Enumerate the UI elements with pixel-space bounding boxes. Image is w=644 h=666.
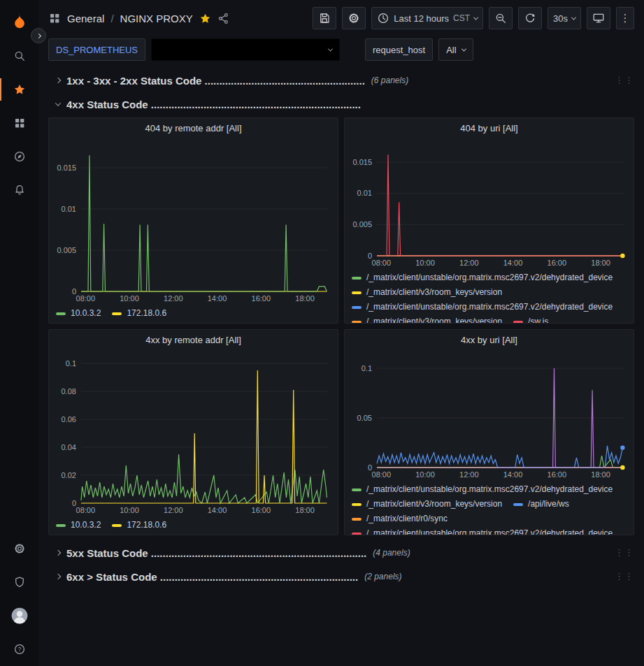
breadcrumb-title[interactable]: NGINX PROXY	[120, 13, 193, 24]
bell-icon	[13, 184, 26, 196]
legend-item[interactable]: /_matrix/client/unstable/org.matrix.msc2…	[352, 300, 613, 314]
svg-text:0.005: 0.005	[352, 220, 372, 229]
legend-swatch	[112, 312, 122, 315]
sidebar-item-server-admin[interactable]	[0, 565, 38, 599]
chevron-down-icon	[461, 46, 466, 51]
time-series-chart[interactable]: 00.0050.010.01508:0010:0012:0014:0016:00…	[49, 138, 338, 304]
legend-label: /_matrix/client/unstable/org.matrix.msc2…	[366, 270, 613, 285]
help-icon: ?	[13, 643, 26, 656]
legend-item[interactable]: /_matrix/client/v3/room_keys/version	[352, 497, 502, 512]
time-series-chart[interactable]: 00.050.108:0010:0012:0014:0016:0018:00	[345, 349, 634, 480]
star-icon	[13, 83, 26, 96]
kebab-menu-button[interactable]: ⋮	[616, 7, 634, 29]
zoom-out-time-button[interactable]	[489, 7, 513, 29]
apps-icon	[48, 12, 61, 24]
svg-text:14:00: 14:00	[503, 470, 523, 479]
legend-item[interactable]: 10.0.3.2	[56, 306, 101, 321]
dashboard-row-6xx[interactable]: 6xx > Status Code ......................…	[48, 566, 634, 587]
svg-text:0.06: 0.06	[62, 415, 76, 424]
sidebar-item-explore[interactable]	[0, 140, 38, 173]
panel-title[interactable]: 404 by remote addr [All]	[49, 118, 338, 138]
legend-item[interactable]: /_matrix/client/r0/sync	[352, 512, 448, 526]
legend-item[interactable]: /_matrix/client/unstable/org.matrix.msc2…	[352, 482, 613, 497]
breadcrumb: General / NGINX PROXY	[48, 12, 229, 24]
legend-item[interactable]: /_matrix/client/v3/room_keys/version	[352, 314, 502, 323]
row-drag-handle[interactable]: ⋮⋮	[615, 549, 634, 556]
tv-mode-button[interactable]	[587, 7, 610, 29]
breadcrumb-section[interactable]: General	[67, 13, 104, 24]
time-series-chart[interactable]: 00.0050.010.01508:0010:0012:0014:0016:00…	[345, 138, 634, 268]
row-title: 1xx - 3xx - 2xx Status Code ............…	[66, 75, 365, 87]
row-panel-count: (6 panels)	[371, 75, 408, 85]
legend-item[interactable]: 172.18.0.6	[112, 518, 166, 533]
legend-item[interactable]: /_matrix/client/unstable/org.matrix.msc2…	[352, 270, 613, 285]
sidebar-item-search[interactable]	[0, 39, 38, 73]
svg-text:08:00: 08:00	[372, 470, 392, 479]
svg-text:10:00: 10:00	[415, 470, 435, 479]
chevron-down-icon	[55, 100, 61, 106]
search-icon	[13, 50, 26, 62]
svg-text:0.02: 0.02	[62, 471, 76, 479]
variable-value-request-host[interactable]: All	[438, 38, 473, 61]
legend-item[interactable]: 172.18.0.6	[112, 306, 166, 321]
panel-grid: 404 by remote addr [All] 00.0050.010.015…	[48, 117, 634, 535]
row-drag-handle[interactable]: ⋮⋮	[615, 573, 634, 580]
svg-text:0.01: 0.01	[357, 189, 372, 197]
variable-request-host-value-text: All	[446, 45, 456, 55]
legend-swatch	[56, 524, 66, 527]
time-range-picker[interactable]: Last 12 hours CST	[371, 7, 483, 29]
svg-text:16:00: 16:00	[548, 470, 567, 479]
clock-icon	[377, 12, 389, 24]
panel-title[interactable]: 4xx by remote addr [All]	[49, 330, 338, 349]
legend-label: /_matrix/client/v3/room_keys/version	[366, 285, 502, 300]
legend-item[interactable]: /_matrix/client/unstable/org.matrix.msc2…	[352, 526, 613, 535]
sidebar-item-help[interactable]: ?	[0, 632, 38, 666]
panel-legend: 10.0.3.2172.18.0.6	[49, 304, 338, 323]
svg-text:12:00: 12:00	[459, 470, 479, 479]
sidebar-item-configuration[interactable]	[0, 532, 38, 565]
dashboard-row-1xx-3xx-2xx[interactable]: 1xx - 3xx - 2xx Status Code ............…	[48, 70, 634, 91]
svg-text:0.05: 0.05	[357, 414, 372, 422]
chevron-right-icon	[36, 33, 41, 38]
panel-title[interactable]: 4xx by uri [All]	[345, 330, 634, 349]
legend-item[interactable]: /_matrix/client/v3/room_keys/version	[352, 285, 502, 300]
variable-label-datasource[interactable]: DS_PROMETHEUS	[48, 38, 145, 61]
row-drag-handle[interactable]: ⋮⋮	[615, 77, 634, 84]
panel-title[interactable]: 404 by uri [All]	[345, 118, 634, 138]
favorite-star-icon[interactable]	[199, 13, 211, 24]
dashboard-row-5xx[interactable]: 5xx Status Code ........................…	[48, 542, 634, 563]
legend-label: /_matrix/client/unstable/org.matrix.msc2…	[366, 526, 613, 535]
svg-text:12:00: 12:00	[459, 259, 479, 267]
dashboards-grid-icon	[13, 117, 26, 129]
svg-text:10:00: 10:00	[120, 294, 139, 303]
chevron-down-icon	[328, 46, 333, 51]
time-series-chart[interactable]: 00.020.040.060.080.108:0010:0012:0014:00…	[49, 349, 338, 516]
legend-item[interactable]: /sw.js	[513, 314, 548, 323]
legend-item[interactable]: 10.0.3.2	[56, 518, 101, 533]
svg-text:0.01: 0.01	[62, 205, 76, 213]
svg-text:16:00: 16:00	[548, 259, 567, 267]
variable-value-datasource[interactable]	[151, 38, 340, 61]
svg-text:14:00: 14:00	[503, 259, 523, 267]
legend-label: 10.0.3.2	[71, 518, 101, 533]
refresh-button[interactable]	[518, 7, 542, 29]
dashboard-row-4xx[interactable]: 4xx Status Code ........................…	[48, 94, 634, 115]
dashboard-settings-button[interactable]	[342, 7, 366, 29]
variable-label-request-host[interactable]: request_host	[365, 38, 433, 61]
time-range-label: Last 12 hours	[394, 13, 449, 24]
legend-label: 172.18.0.6	[127, 518, 166, 533]
sidebar-item-profile[interactable]	[0, 599, 38, 632]
row-title: 6xx > Status Code ......................…	[66, 571, 358, 583]
chart-svg: 00.0050.010.01508:0010:0012:0014:0016:00…	[345, 138, 634, 268]
sidebar-expand-button[interactable]	[31, 28, 46, 43]
sidebar-item-starred[interactable]	[0, 73, 38, 106]
save-dashboard-button[interactable]	[313, 7, 336, 29]
legend-item[interactable]: /api/live/ws	[513, 497, 569, 512]
share-icon[interactable]	[217, 13, 229, 24]
sidebar-item-alerting[interactable]	[0, 173, 38, 207]
legend-swatch	[352, 503, 362, 506]
svg-text:0.04: 0.04	[62, 443, 76, 451]
sidebar-item-dashboards[interactable]	[0, 106, 38, 140]
refresh-interval-dropdown[interactable]: 30s	[548, 7, 581, 29]
panel-legend: /_matrix/client/unstable/org.matrix.msc2…	[345, 268, 634, 323]
